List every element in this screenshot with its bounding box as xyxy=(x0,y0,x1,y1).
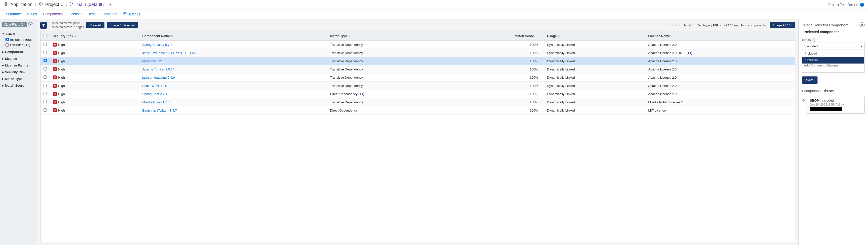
match-score-value: 100% xyxy=(530,67,538,71)
component-link[interactable]: SnakeYAML 1.30 xyxy=(142,84,167,88)
filter-heading-license[interactable]: ▶License xyxy=(2,55,35,62)
row-checkbox[interactable] xyxy=(43,84,47,87)
row-checkbox[interactable] xyxy=(43,108,47,112)
table-row[interactable]: HHigh SnakeYAML 1.30 Transitive Dependen… xyxy=(40,82,795,90)
tab-settings[interactable]: Settings xyxy=(123,9,140,19)
tab-licenses[interactable]: Licenses xyxy=(69,9,82,19)
column-header-match-type[interactable]: Match Type⇅ xyxy=(327,31,447,40)
branch-dropdown-icon[interactable]: ▼ xyxy=(109,3,112,6)
match-score-value: 100% xyxy=(530,51,538,55)
tab-issues[interactable]: Issues xyxy=(27,9,37,19)
clear-filters-button[interactable]: Clear Filters (1) xyxy=(2,22,27,27)
breadcrumb-app[interactable]: Application xyxy=(10,2,32,7)
clear-all-button[interactable]: Clear All xyxy=(86,22,104,28)
table-row[interactable]: HHigh Mozilla Rhino 1.7.7 Transitive Dep… xyxy=(40,98,795,106)
component-link[interactable]: Bootstrap (Twitter) 3.3.7 xyxy=(142,109,177,112)
table-row[interactable]: HHigh Spring Boot 2.7.1 Direct Dependenc… xyxy=(40,90,795,98)
risk-badge-icon: H xyxy=(53,108,57,112)
filter-option-excluded[interactable]: Excluded (11) xyxy=(2,42,35,48)
usage-value: Dynamically Linked xyxy=(547,43,575,47)
triage-selected-button[interactable]: Triage 1 Selected xyxy=(107,22,138,28)
component-link[interactable]: jackson-databind 2.9.6 xyxy=(142,76,175,79)
column-header-license[interactable]: License Name xyxy=(645,31,795,40)
triage-all-button[interactable]: Triage All 165 xyxy=(770,22,795,28)
table-row[interactable]: HHigh Bootstrap (Twitter) 3.3.7 Direct D… xyxy=(40,106,795,114)
risk-label: High xyxy=(58,51,65,55)
table-row[interactable]: HHigh Spring Security 5.7.2 Transitive D… xyxy=(40,40,795,49)
breadcrumb-project[interactable]: Project C xyxy=(45,2,64,7)
row-checkbox[interactable] xyxy=(43,67,47,71)
component-link[interactable]: Jetty: Java based HTTP/1.x, HTTP/2,… xyxy=(142,51,199,55)
filter-checkbox-included[interactable] xyxy=(5,38,9,41)
row-checkbox[interactable] xyxy=(43,59,47,62)
filter-heading-component[interactable]: ▶Component xyxy=(2,49,35,55)
match-type-value: Transitive Dependency xyxy=(330,84,363,88)
match-score-value: 100% xyxy=(530,59,538,63)
triage-title: Triage Selected Component xyxy=(802,23,848,27)
match-score-value: 100% xyxy=(530,43,538,47)
filter-heading-security-risk[interactable]: ▶Security Risk xyxy=(2,69,35,76)
tab-branches[interactable]: Branches xyxy=(102,9,117,19)
pager: PREV NEXT xyxy=(671,23,693,27)
match-type-value: Transitive Dependency xyxy=(330,59,363,63)
sbom-select[interactable]: Excluded ▴ xyxy=(802,43,865,50)
filter-toggle-button[interactable] xyxy=(40,22,47,29)
risk-badge-icon: H xyxy=(53,51,57,55)
filter-heading-sbom[interactable]: ▼SBOM xyxy=(2,30,35,37)
breadcrumb-branch[interactable]: main (default) xyxy=(76,2,104,7)
match-type-value: Transitive Dependency xyxy=(330,67,363,71)
usage-value: Dynamically Linked xyxy=(547,76,575,79)
tab-tests[interactable]: Tests xyxy=(88,9,96,19)
column-header-risk[interactable]: Security Risk▼ xyxy=(50,31,139,40)
save-button[interactable]: Save xyxy=(802,77,817,84)
sort-down-icon: ▼ xyxy=(74,35,76,37)
filter-option-included[interactable]: Included (165) xyxy=(2,37,35,42)
row-checkbox[interactable] xyxy=(43,51,47,54)
component-link[interactable]: Spring Boot 2.7.1 xyxy=(142,92,167,96)
row-checkbox[interactable] xyxy=(43,76,47,79)
select-all-checkbox[interactable] xyxy=(43,34,47,37)
risk-label: High xyxy=(58,59,65,63)
table-row[interactable]: HHigh undertow 2.2.18 Transitive Depende… xyxy=(40,57,795,65)
close-icon[interactable]: ✕ xyxy=(860,22,865,27)
table-row[interactable]: HHigh Jetty: Java based HTTP/1.x, HTTP/2… xyxy=(40,49,795,57)
column-header-match-score[interactable]: Match Score … xyxy=(447,31,544,40)
component-link[interactable]: undertow 2.2.18 xyxy=(142,59,165,63)
component-link[interactable]: Mozilla Rhino 1.7.7 xyxy=(142,100,170,104)
clear-filters-x-icon[interactable]: ✕ xyxy=(28,22,33,27)
triage-count: 1 selected component xyxy=(802,30,865,34)
component-link[interactable]: Apache Tomcat 9.0.64 xyxy=(142,67,174,71)
caret-right-icon: ▶ xyxy=(2,51,4,53)
table-row[interactable]: HHigh jackson-databind 2.9.6 Transitive … xyxy=(40,74,795,82)
usage-value: Dynamically Linked xyxy=(547,84,575,88)
tab-components[interactable]: Components xyxy=(43,9,62,19)
chevron-up-icon: ▴ xyxy=(861,44,862,48)
filter-heading-match-score[interactable]: ▶Match Score xyxy=(2,82,35,89)
filter-checkbox-excluded[interactable] xyxy=(5,43,9,47)
dropdown-item-included[interactable]: Included xyxy=(802,50,864,57)
row-checkbox[interactable] xyxy=(43,43,47,46)
license-value: Mozilla Public License 2.0 xyxy=(648,100,685,104)
license-value: Apache License 2.0 xyxy=(648,67,677,71)
column-header-checkbox[interactable] xyxy=(40,31,50,40)
row-checkbox[interactable] xyxy=(43,92,47,95)
info-icon[interactable]: i xyxy=(860,3,864,7)
risk-badge-icon: H xyxy=(53,92,57,96)
plus-count: (+1) xyxy=(359,92,364,96)
dropdown-item-excluded[interactable]: Excluded xyxy=(802,57,864,63)
pager-next[interactable]: NEXT xyxy=(684,23,693,27)
svg-point-2 xyxy=(71,5,71,6)
component-link[interactable]: Spring Security 5.7.2 xyxy=(142,43,173,47)
tab-summary[interactable]: Summary xyxy=(6,9,21,19)
column-header-usage[interactable]: Usage⇅ xyxy=(544,31,645,40)
filter-heading-license-family[interactable]: ▶License Family xyxy=(2,62,35,69)
svg-point-4 xyxy=(124,13,125,14)
risk-badge-icon: H xyxy=(53,100,57,104)
filter-heading-match-type[interactable]: ▶Match Type xyxy=(2,76,35,82)
help-icon[interactable]: ? xyxy=(812,38,816,42)
match-score-value: 100% xyxy=(530,92,538,96)
table-row[interactable]: HHigh Apache Tomcat 9.0.64 Transitive De… xyxy=(40,65,795,74)
column-header-name[interactable]: Component Name⇅ xyxy=(139,31,327,40)
row-checkbox[interactable] xyxy=(43,100,47,103)
project-details-link[interactable]: Project Test Details xyxy=(828,3,858,7)
